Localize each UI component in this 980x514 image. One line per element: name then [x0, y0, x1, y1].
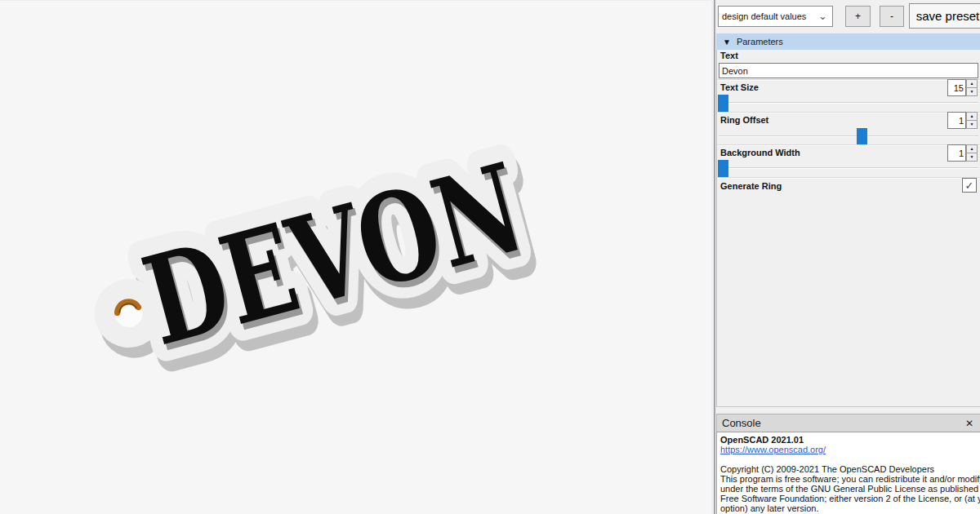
text-param-input[interactable] [719, 63, 978, 78]
text-param-label: Text [720, 51, 738, 60]
close-icon[interactable]: ✕ [965, 418, 973, 429]
separator [717, 144, 980, 146]
console-line: option) any later version. [720, 503, 980, 513]
chevron-down-icon: ⌄ [818, 12, 827, 20]
background-width-slider-track[interactable] [719, 167, 978, 169]
preset-select-value: design default values [722, 11, 806, 21]
remove-preset-button[interactable]: - [880, 6, 904, 27]
add-preset-button[interactable]: + [845, 6, 871, 27]
spin-up-button[interactable]: ▲ [966, 144, 978, 153]
openscad-link[interactable]: https://www.openscad.org/ [720, 445, 826, 454]
spin-up-button[interactable]: ▲ [966, 79, 978, 88]
3d-viewport[interactable]: DEVON DEVON DEVON DEVON [0, 0, 711, 514]
ring-offset-value[interactable]: 1 [947, 112, 966, 129]
generate-ring-param-label: Generate Ring [720, 181, 782, 191]
customizer-panel: design default values ⌄ + - save preset … [716, 0, 980, 514]
spin-down-button[interactable]: ▼ [966, 88, 978, 96]
ring-offset-slider-track[interactable] [719, 135, 978, 137]
console-line: Free Software Foundation; either version… [720, 494, 980, 503]
preset-toolbar: design default values ⌄ + - save preset [716, 0, 980, 33]
background-width-spinner[interactable]: 1 ▲ ▼ [947, 144, 978, 162]
ring-offset-spinner[interactable]: 1 ▲ ▼ [947, 112, 978, 129]
background-width-slider-handle[interactable] [718, 160, 728, 178]
console-output[interactable]: OpenSCAD 2021.01 https://www.openscad.or… [716, 432, 980, 514]
text-size-value[interactable]: 15 [947, 79, 966, 96]
parameters-section-header[interactable]: ▼ Parameters [716, 33, 980, 50]
console-blank-line [720, 454, 980, 464]
ring-offset-slider-handle[interactable] [857, 128, 867, 146]
triangle-down-icon: ▼ [723, 38, 731, 47]
separator [717, 112, 980, 113]
save-preset-button[interactable]: save preset [909, 3, 980, 29]
parameters-section-title: Parameters [737, 37, 783, 47]
console-line: This program is free software; you can r… [720, 474, 980, 484]
background-width-value[interactable]: 1 [947, 144, 966, 162]
console-line: Copyright (C) 2009-2021 The OpenSCAD Dev… [720, 464, 980, 474]
generate-ring-checkbox[interactable]: ✓ [962, 178, 977, 193]
checkmark-icon: ✓ [965, 179, 974, 192]
spin-down-button[interactable]: ▼ [966, 121, 978, 129]
ring-offset-param-label: Ring Offset [720, 115, 768, 125]
console-version: OpenSCAD 2021.01 [720, 435, 980, 445]
customizer-body: Text Text Size 15 ▲ ▼ Ring Offset 1 ▲ [716, 50, 980, 407]
console-header: Console ✕ [716, 414, 980, 432]
text-size-spinner[interactable]: 15 ▲ ▼ [947, 79, 978, 96]
openscad-window: DEVON DEVON DEVON DEVON [0, 0, 980, 514]
spin-down-button[interactable]: ▼ [966, 153, 978, 162]
console-line: under the terms of the GNU General Publi… [720, 484, 980, 494]
text-size-slider-handle[interactable] [718, 95, 728, 113]
separator [717, 79, 980, 81]
console-title: Console [722, 417, 965, 429]
background-width-param-label: Background Width [720, 148, 800, 157]
keychain-render: DEVON DEVON DEVON DEVON [0, 1, 711, 514]
text-size-slider-track[interactable] [719, 102, 978, 104]
text-size-param-label: Text Size [720, 82, 759, 92]
spin-up-button[interactable]: ▲ [966, 112, 978, 121]
separator [717, 177, 980, 179]
preset-select[interactable]: design default values ⌄ [718, 6, 833, 27]
